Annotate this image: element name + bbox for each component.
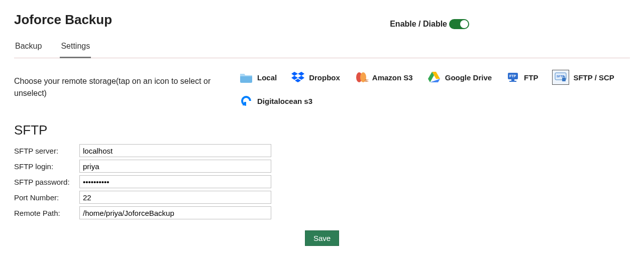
storage-option-local[interactable]: Local	[238, 70, 278, 85]
storage-option-dropbox[interactable]: Dropbox	[289, 70, 342, 85]
sftp-icon: SFTP	[552, 70, 569, 85]
page-title: Joforce Backup	[14, 12, 112, 28]
amazon-s3-icon: S3	[354, 71, 368, 83]
svg-rect-21	[242, 102, 243, 103]
google-drive-icon	[427, 71, 441, 83]
storage-option-digitalocean-s3[interactable]: Digitalocean s3	[238, 93, 314, 108]
svg-rect-19	[244, 102, 246, 104]
tab-backup[interactable]: Backup	[14, 39, 43, 58]
dropbox-icon	[291, 71, 305, 83]
svg-marker-0	[291, 72, 298, 76]
storage-option-google-drive[interactable]: Google Drive	[425, 70, 493, 85]
svg-rect-13	[509, 81, 516, 82]
section-title: SFTP	[14, 122, 630, 138]
enable-toggle-label: Enable / Diable	[390, 20, 447, 29]
storage-option-ftp[interactable]: FTP FTP	[504, 70, 540, 85]
svg-marker-2	[291, 76, 298, 80]
svg-text:FTP: FTP	[509, 74, 516, 78]
storage-option-label: Digitalocean s3	[257, 97, 312, 105]
svg-text:S3: S3	[365, 78, 368, 83]
svg-marker-4	[295, 79, 301, 82]
tab-settings[interactable]: Settings	[60, 39, 91, 58]
sftp-password-input[interactable]	[79, 175, 271, 188]
svg-rect-12	[511, 79, 514, 81]
tabs: Backup Settings	[14, 39, 630, 58]
sftp-server-input[interactable]	[79, 144, 271, 157]
svg-rect-20	[243, 104, 244, 105]
sftp-login-input[interactable]	[79, 160, 271, 173]
enable-toggle[interactable]	[449, 19, 469, 29]
storage-option-label: Local	[257, 73, 277, 82]
remote-path-input[interactable]	[79, 206, 271, 219]
ftp-icon: FTP	[506, 71, 520, 83]
remote-path-label: Remote Path:	[14, 209, 79, 217]
save-button[interactable]: Save	[305, 230, 339, 246]
storage-option-label: SFTP / SCP	[573, 73, 614, 82]
port-number-input[interactable]	[79, 191, 271, 204]
sftp-login-label: SFTP login:	[14, 162, 79, 171]
sftp-password-label: SFTP password:	[14, 178, 79, 186]
storage-option-label: FTP	[524, 73, 538, 82]
svg-marker-3	[298, 76, 304, 80]
storage-option-amazon-s3[interactable]: S3 Amazon S3	[353, 70, 414, 85]
svg-marker-1	[298, 72, 304, 76]
storage-options: Local Dropbox S3 Amazon S3 Google Drive	[238, 68, 630, 108]
storage-option-label: Google Drive	[445, 73, 492, 82]
storage-option-label: Amazon S3	[372, 73, 413, 82]
sftp-server-label: SFTP server:	[14, 147, 79, 155]
folder-icon	[239, 71, 253, 83]
storage-option-sftp[interactable]: SFTP SFTP / SCP	[551, 68, 615, 86]
digitalocean-icon	[239, 95, 253, 107]
storage-hint: Choose your remote storage(tap on an ico…	[14, 68, 223, 99]
port-number-label: Port Number:	[14, 193, 79, 202]
storage-option-label: Dropbox	[309, 73, 340, 82]
